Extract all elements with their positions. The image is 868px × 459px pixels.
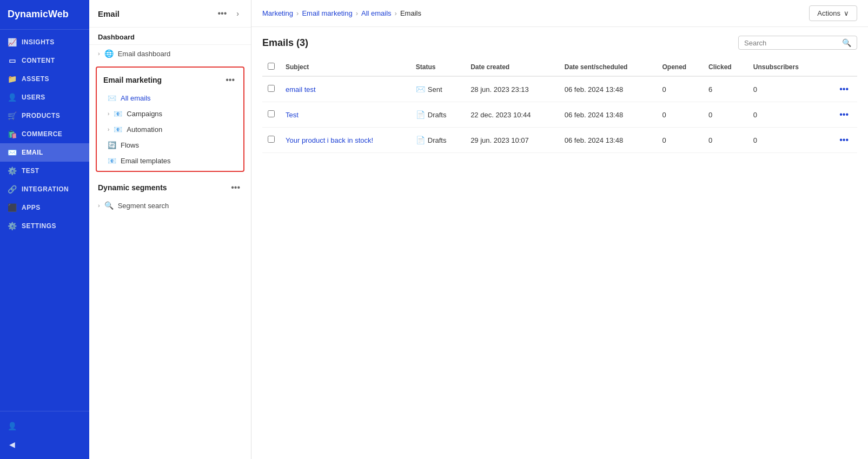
sidebar-item-label: CONTENT — [22, 57, 55, 64]
top-bar: Marketing › Email marketing › All emails… — [251, 0, 868, 27]
row-more-button[interactable]: ••• — [836, 109, 852, 121]
breadcrumb-email-marketing[interactable]: Email marketing — [302, 9, 352, 17]
breadcrumb-sep-1: › — [296, 9, 299, 17]
insights-icon: 📈 — [8, 38, 17, 46]
sidebar-item-label: INTEGRATION — [22, 185, 69, 193]
breadcrumb-marketing[interactable]: Marketing — [262, 9, 293, 17]
sidebar-item-label: USERS — [22, 94, 45, 101]
table-row: email test ✉️ Sent 28 jun. 2023 23:13 06… — [262, 76, 857, 102]
sidebar-item-label: TEST — [22, 167, 39, 175]
actions-column-header — [822, 58, 857, 76]
dashboard-section: Dashboard › 🌐 Email dashboard — [89, 28, 251, 62]
sidebar-item-label: INSIGHTS — [22, 38, 55, 46]
segment-search-item[interactable]: › 🔍 Segment search — [89, 197, 251, 214]
automation-item[interactable]: › 📧 Automation — [97, 122, 243, 137]
second-panel: Email ••• › Dashboard › 🌐 Email dashboar… — [89, 0, 251, 459]
email-templates-item[interactable]: 📧 Email templates — [97, 153, 243, 169]
row-actions: ••• — [822, 102, 857, 128]
assets-icon: 📁 — [8, 75, 17, 83]
opened-column-header: Opened — [657, 58, 703, 76]
sidebar-item-products[interactable]: 🛒 PRODUCTS — [0, 107, 89, 125]
clicked-column-header: Clicked — [703, 58, 748, 76]
email-dashboard-item[interactable]: › 🌐 Email dashboard — [89, 45, 251, 62]
flows-label: Flows — [121, 141, 139, 149]
table-area: Emails (3) 🔍 Subject Status Date created… — [251, 27, 868, 459]
campaigns-icon: 📧 — [114, 110, 122, 118]
panel-collapse-button[interactable]: › — [233, 8, 242, 19]
users-icon: 👤 — [8, 93, 17, 102]
row-unsubscribers: 0 — [748, 76, 823, 102]
dynamic-segments-header: Dynamic segments ••• — [89, 176, 251, 197]
flows-item[interactable]: 🔄 Flows — [97, 137, 243, 153]
row-clicked: 0 — [703, 102, 748, 128]
collapse-button[interactable]: ◀ — [0, 435, 89, 454]
sidebar-item-label: PRODUCTS — [22, 112, 60, 119]
all-emails-icon: ✉️ — [108, 94, 116, 102]
campaigns-label: Campaigns — [127, 110, 162, 118]
row-date-sent: 06 feb. 2024 13:48 — [559, 76, 657, 102]
chevron-icon: › — [98, 50, 100, 57]
dynamic-segments-more-button[interactable]: ••• — [229, 182, 242, 194]
row-date-sent: 06 feb. 2024 13:48 — [559, 128, 657, 153]
search-icon: 🔍 — [842, 38, 851, 47]
row-status: 📄 Drafts — [410, 102, 465, 128]
panel-more-button[interactable]: ••• — [216, 8, 229, 19]
email-marketing-header: Email marketing ••• — [97, 70, 243, 90]
segment-search-icon: 🔍 — [104, 201, 114, 210]
status-text: Drafts — [428, 136, 447, 144]
segment-search-label: Segment search — [118, 202, 169, 210]
email-marketing-more-button[interactable]: ••• — [223, 74, 237, 86]
sidebar-item-email[interactable]: ✉️ EMAIL — [0, 143, 89, 162]
sidebar-item-insights[interactable]: 📈 INSIGHTS — [0, 33, 89, 51]
dashboard-icon: 🌐 — [104, 49, 114, 58]
search-input[interactable] — [744, 39, 839, 47]
select-all-checkbox[interactable] — [268, 63, 275, 70]
commerce-icon: 🛍️ — [8, 130, 17, 138]
sidebar-item-content[interactable]: ▭ CONTENT — [0, 51, 89, 70]
sidebar-item-commerce[interactable]: 🛍️ COMMERCE — [0, 125, 89, 143]
row-date-created: 29 jun. 2023 10:07 — [465, 128, 559, 153]
collapse-icon: ◀ — [8, 440, 17, 449]
table-title: Emails (3) — [262, 37, 308, 49]
all-emails-item[interactable]: ✉️ All emails — [97, 90, 243, 106]
row-date-created: 28 jun. 2023 23:13 — [465, 76, 559, 102]
sidebar-item-test[interactable]: ⚙️ TEST — [0, 162, 89, 180]
automation-label: Automation — [127, 125, 162, 134]
row-status: ✉️ Sent — [410, 76, 465, 102]
status-badge: 📄 Drafts — [416, 110, 447, 119]
row-subject: Test — [280, 102, 410, 128]
campaigns-item[interactable]: › 📧 Campaigns — [97, 106, 243, 122]
row-date-sent: 06 feb. 2024 13:48 — [559, 102, 657, 128]
row-opened: 0 — [657, 102, 703, 128]
apps-icon: ⬛ — [8, 203, 17, 212]
sidebar-item-settings[interactable]: ⚙️ SETTINGS — [0, 217, 89, 235]
email-icon: ✉️ — [8, 148, 17, 157]
sidebar-item-apps[interactable]: ⬛ APPS — [0, 198, 89, 217]
row-checkbox-cell — [262, 128, 280, 153]
row-opened: 0 — [657, 128, 703, 153]
breadcrumb-all-emails[interactable]: All emails — [361, 9, 392, 17]
row-checkbox-2[interactable] — [268, 136, 275, 143]
row-subject: email test — [280, 76, 410, 102]
automation-icon: 📧 — [114, 125, 122, 134]
actions-button[interactable]: Actions ∨ — [809, 5, 857, 21]
dynamic-segments-section: Dynamic segments ••• › 🔍 Segment search — [89, 176, 251, 214]
profile-button[interactable]: 👤 — [0, 417, 89, 435]
row-more-button[interactable]: ••• — [836, 134, 852, 146]
row-checkbox-0[interactable] — [268, 85, 275, 92]
sidebar-item-label: SETTINGS — [22, 222, 56, 230]
table-row: Your product i back in stock! 📄 Drafts 2… — [262, 128, 857, 153]
select-all-header — [262, 58, 280, 76]
unsubscribers-column-header: Unsubscribers — [748, 58, 823, 76]
app-logo: DynamicWeb — [0, 0, 89, 30]
row-more-button[interactable]: ••• — [836, 83, 852, 95]
dashboard-title: Dashboard — [98, 33, 135, 41]
row-unsubscribers: 0 — [748, 128, 823, 153]
sidebar-item-users[interactable]: 👤 USERS — [0, 88, 89, 107]
row-opened: 0 — [657, 76, 703, 102]
table-body: email test ✉️ Sent 28 jun. 2023 23:13 06… — [262, 76, 857, 153]
sidebar-item-integration[interactable]: 🔗 INTEGRATION — [0, 180, 89, 198]
sidebar-item-assets[interactable]: 📁 ASSETS — [0, 70, 89, 88]
row-checkbox-1[interactable] — [268, 110, 275, 117]
panel-header-actions: ••• › — [216, 8, 242, 19]
